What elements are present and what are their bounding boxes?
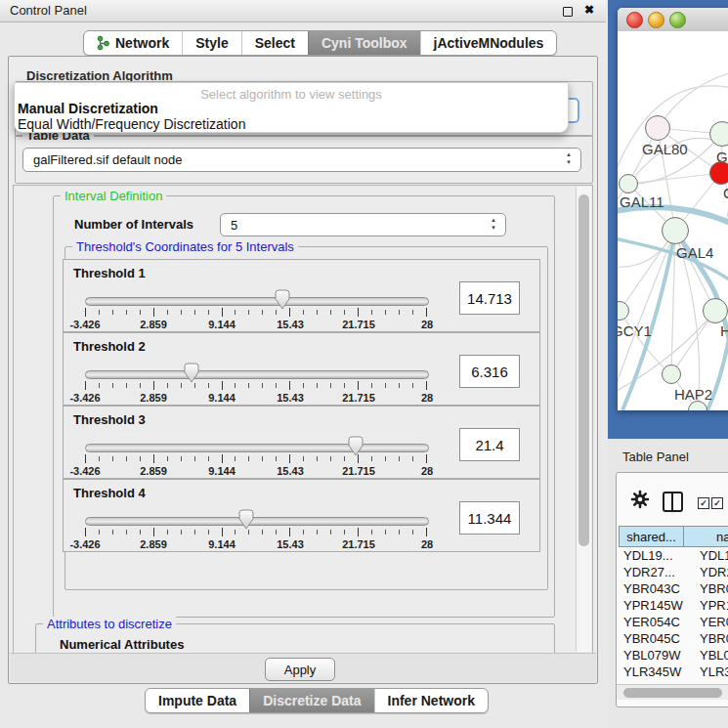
threshold-1-value-field[interactable]: 14.713: [459, 281, 520, 315]
tick-mark: [140, 383, 141, 388]
threshold-3-slider[interactable]: -3.4262.8599.14415.4321.71528: [85, 434, 427, 477]
tick-mark: [426, 381, 427, 390]
tick-label: 21.715: [342, 465, 375, 477]
slider-track[interactable]: [85, 444, 429, 452]
slider-thumb[interactable]: [348, 436, 364, 456]
minimize-traffic-light[interactable]: [648, 12, 664, 28]
tab-style[interactable]: Style: [182, 31, 240, 55]
network-node-gal4[interactable]: [662, 217, 689, 244]
table-hscrollbar-thumb[interactable]: [623, 688, 722, 698]
tick-mark: [222, 454, 223, 463]
network-node-h[interactable]: [703, 298, 728, 323]
cell-shared-name[interactable]: YBR043C: [619, 581, 684, 598]
cell-name[interactable]: YBR0: [684, 631, 728, 648]
control-panel-title: Control Panel: [10, 3, 87, 18]
checkbox-column-icon-2[interactable]: ✓: [711, 497, 723, 509]
network-canvas[interactable]: GAL80GACGAL11GAL4GCY1HHAP2: [618, 31, 728, 410]
tick-mark: [289, 528, 290, 536]
close-traffic-light[interactable]: [626, 12, 643, 28]
threshold-1-slider[interactable]: -3.4262.8599.14415.4321.71528: [85, 287, 427, 330]
network-node-gal11[interactable]: [619, 174, 638, 193]
btab-infer-network[interactable]: Infer Network: [374, 689, 488, 712]
threshold-4-slider[interactable]: -3.4262.8599.14415.4321.71528: [85, 507, 427, 550]
threshold-1-label: Threshold 1: [73, 266, 146, 280]
tick-label: 28: [421, 465, 433, 477]
table-row[interactable]: YBR043CYBR0: [619, 581, 728, 598]
apply-button[interactable]: Apply: [265, 658, 335, 681]
cell-name[interactable]: YPR1: [684, 598, 728, 615]
column-header-shared[interactable]: shared...: [619, 526, 684, 547]
tick-mark: [208, 310, 209, 315]
tab-select[interactable]: Select: [241, 31, 308, 55]
tick-label: -3.426: [69, 538, 100, 550]
spinner-arrows-icon[interactable]: ▲▼: [491, 216, 496, 232]
attributes-group-title: Attributes to discretize: [43, 617, 176, 631]
gear-icon[interactable]: [630, 490, 650, 509]
network-window-titlebar[interactable]: [618, 8, 728, 32]
slider-thumb[interactable]: [275, 289, 290, 310]
split-column-icon[interactable]: [663, 492, 683, 512]
cell-shared-name[interactable]: YER054C: [619, 615, 684, 631]
algorithm-option-manual[interactable]: Manual Discretization: [18, 101, 158, 116]
threshold-2-slider[interactable]: -3.4262.8599.14415.4321.71528: [85, 361, 427, 404]
checkbox-column-icon[interactable]: ✓: [698, 497, 709, 509]
slider-track[interactable]: [85, 517, 429, 526]
threshold-3-value-field[interactable]: 21.4: [459, 428, 520, 461]
zoom-traffic-light[interactable]: [669, 12, 686, 28]
tick-mark: [303, 383, 304, 388]
slider-track[interactable]: [85, 297, 429, 306]
cell-name[interactable]: YDL1: [684, 548, 728, 565]
slider-thumb[interactable]: [184, 363, 199, 383]
tick-mark: [248, 530, 249, 535]
threshold-4-value-field[interactable]: 11.344: [459, 501, 520, 535]
cell-name[interactable]: YBL0: [684, 648, 728, 664]
threshold-2-value-field[interactable]: 6.316: [459, 355, 520, 388]
settings-scrollbar-thumb[interactable]: [578, 194, 589, 546]
table-row[interactable]: YPR145WYPR1: [619, 598, 728, 615]
network-edge[interactable]: [628, 173, 721, 184]
table-row[interactable]: YER054CYER0: [619, 615, 728, 631]
cell-name[interactable]: YLR3: [684, 664, 728, 681]
algorithm-option-equal-width[interactable]: Equal Width/Frequency Discretization: [18, 116, 245, 132]
cell-name[interactable]: YBR0: [684, 581, 728, 598]
tab-cyni-toolbox[interactable]: Cyni Toolbox: [308, 31, 420, 55]
network-node-c[interactable]: [709, 161, 728, 185]
network-node-ga[interactable]: [709, 121, 728, 147]
cell-shared-name[interactable]: YBL079W: [619, 648, 684, 664]
tick-mark: [153, 308, 154, 317]
tab-jactivemnodules[interactable]: jActiveMNodules: [420, 31, 557, 55]
table-row[interactable]: YLR345WYLR3: [619, 664, 728, 681]
table-row[interactable]: YDL19...YDL1: [619, 548, 728, 565]
close-icon[interactable]: ✖: [584, 3, 594, 17]
btab-impute-data[interactable]: Impute Data: [146, 689, 249, 712]
btab-discretize-data[interactable]: Discretize Data: [249, 689, 373, 712]
tick-mark: [181, 456, 182, 461]
tick-mark: [330, 456, 331, 461]
tick-mark: [112, 383, 113, 388]
network-node-hap2[interactable]: [662, 364, 681, 384]
cell-name[interactable]: YDR2: [684, 565, 728, 581]
network-node-gal80[interactable]: [645, 115, 670, 141]
float-window-icon[interactable]: [563, 7, 573, 17]
tab-network[interactable]: Network: [84, 31, 182, 55]
table-row[interactable]: YBL079WYBL0: [619, 648, 728, 664]
slider-thumb[interactable]: [238, 509, 254, 530]
table-row[interactable]: YDR27...YDR2: [619, 565, 728, 581]
network-edge[interactable]: [658, 72, 728, 128]
cell-name[interactable]: YER0: [684, 615, 728, 631]
combo-arrows-icon[interactable]: ▲▼: [566, 150, 572, 166]
table-horizontal-scrollbar[interactable]: [617, 684, 728, 700]
cell-shared-name[interactable]: YLR345W: [619, 664, 684, 681]
tick-mark: [235, 456, 236, 461]
settings-vertical-scrollbar[interactable]: [576, 187, 591, 652]
slider-track[interactable]: [85, 370, 429, 379]
cell-shared-name[interactable]: YBR045C: [619, 631, 684, 648]
table-data-combo[interactable]: galFiltered.sif default node ▲▼: [22, 148, 581, 172]
table-row[interactable]: YBR045CYBR0: [619, 631, 728, 648]
num-intervals-spinner[interactable]: 5 ▲▼: [220, 213, 506, 236]
cell-shared-name[interactable]: YPR145W: [619, 598, 684, 615]
tick-label: 2.859: [140, 392, 167, 404]
cell-shared-name[interactable]: YDL19...: [619, 548, 684, 565]
column-header-name[interactable]: na: [684, 526, 728, 547]
cell-shared-name[interactable]: YDR27...: [619, 565, 684, 581]
